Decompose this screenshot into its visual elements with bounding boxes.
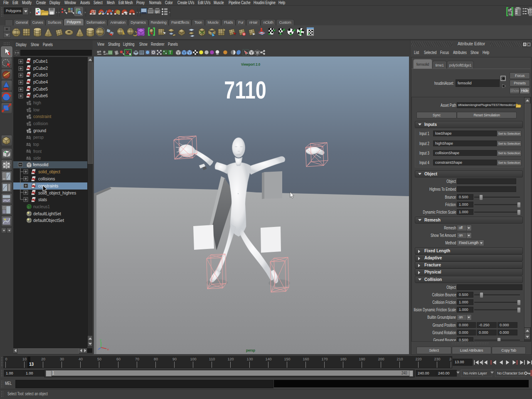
svg-text:Viewport 2.0: Viewport 2.0 [241,62,260,66]
svg-text:24: 24 [449,357,452,361]
svg-text:220: 220 [415,357,421,361]
svg-text:30: 30 [60,357,64,361]
svg-text:0: 0 [5,357,7,361]
svg-text:10: 10 [22,357,27,361]
svg-text:y: y [100,338,101,342]
svg-text:13: 13 [29,362,34,367]
svg-text:70: 70 [135,357,139,361]
svg-text:40: 40 [79,357,83,361]
svg-text:T: T [169,50,172,55]
svg-text:7110: 7110 [224,76,266,103]
svg-text:persp: persp [246,348,255,352]
svg-text:50: 50 [97,357,101,361]
svg-text:190: 190 [359,357,365,361]
svg-text:x: x [107,347,109,351]
svg-text:170: 170 [321,357,328,361]
svg-text:210: 210 [397,357,403,361]
svg-text:140: 140 [265,357,271,361]
svg-text:120: 120 [227,357,234,361]
svg-text:160: 160 [303,357,309,361]
svg-text:90: 90 [172,357,177,361]
svg-text:150: 150 [284,357,290,361]
svg-text:130: 130 [246,357,253,361]
svg-text:80: 80 [154,357,158,361]
svg-text:110: 110 [209,357,215,361]
svg-text:180: 180 [340,357,346,361]
svg-text:100: 100 [190,357,196,361]
svg-text:ipr: ipr [155,10,159,14]
svg-text:200: 200 [378,357,384,361]
svg-text:20: 20 [41,357,45,361]
svg-text:230: 230 [434,357,440,361]
svg-text:60: 60 [116,357,121,361]
